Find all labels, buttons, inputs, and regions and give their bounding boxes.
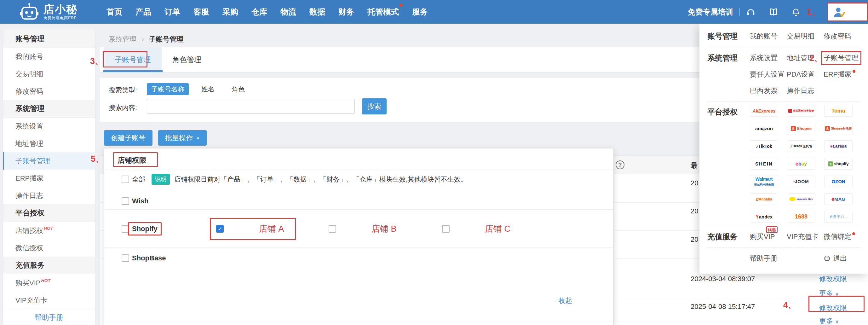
dropdown-link-PDA设置[interactable]: PDA设置 [787, 70, 824, 79]
nav-item-订单[interactable]: 订单 [164, 7, 180, 17]
sidebar-item-修改密码[interactable]: 修改密码 [3, 83, 95, 100]
batch-operation-button[interactable]: 批量操作 ∨ [158, 130, 207, 146]
platform-checkbox[interactable] [122, 255, 129, 262]
nav-item-服务[interactable]: 服务 [412, 7, 428, 17]
platform-logo-walmart[interactable]: Walmart沃尔玛全球电商 [750, 176, 778, 187]
sidebar-item-店铺授权[interactable]: 店铺授权HOT [3, 222, 95, 239]
dropdown-link-操作日志[interactable]: 操作日志 [787, 86, 824, 95]
platform-logo-ozon[interactable]: OZON [824, 176, 852, 187]
dropdown-link-购买VIP[interactable]: 购买VIP优惠 [750, 232, 787, 241]
platform-logo-temu[interactable]: Temu [824, 105, 852, 117]
platform-logo-mercado-libre[interactable]: mercado libre [787, 193, 815, 205]
headset-icon[interactable] [746, 7, 755, 17]
dropdown-link-交易明细[interactable]: 交易明细 [787, 32, 824, 41]
platform-logo-tiktok[interactable]: ♪TikTok [750, 140, 778, 152]
logo-span: Alibaba [759, 197, 772, 201]
platform-logo-ebay[interactable]: ebay [787, 158, 815, 170]
nav-item-首页[interactable]: 首页 [106, 7, 122, 17]
app-title: 店小秘 [43, 4, 78, 14]
logout-link[interactable]: 退出 [824, 254, 861, 263]
dropdown-link-责任人设置[interactable]: 责任人设置 [750, 70, 787, 79]
dropdown-divider [707, 226, 860, 226]
navbar-right: 免费专属培训 [688, 2, 868, 22]
batch-operation-label: 批量操作 [165, 134, 193, 143]
modify-permission-link[interactable]: 修改权限 [819, 274, 847, 284]
platform-logo-amazon[interactable]: amazon⌣ [750, 123, 778, 134]
dropdown-help-manual-link[interactable]: 帮助手册 [750, 254, 824, 263]
store-checkbox[interactable] [442, 225, 450, 233]
platform-logo-aliexpress-choice[interactable]: 速卖通全托/半托管 [787, 105, 815, 117]
sidebar-item-购买VIP[interactable]: 购买VIPHOT [3, 274, 95, 292]
manual-book-icon[interactable] [769, 7, 778, 17]
sidebar-item-地址管理[interactable]: 地址管理 [3, 135, 95, 152]
sidebar-item-交易明细[interactable]: 交易明细 [3, 65, 95, 83]
help-question-icon[interactable]: ? [616, 160, 624, 169]
logo-span: 更多平台... [829, 214, 847, 219]
collapse-link[interactable]: - 收起 [554, 296, 572, 305]
nav-item-产品[interactable]: 产品 [135, 7, 151, 17]
more-actions-link[interactable]: 更多 ∨ [819, 289, 839, 298]
store-checkbox[interactable]: ✓ [216, 225, 224, 233]
dropdown-link-系统设置[interactable]: 系统设置 [750, 53, 787, 63]
platform-logo-lazada[interactable]: ♥ Lazada [824, 140, 852, 152]
sidebar-item-ERP搬家[interactable]: ERP搬家 [3, 170, 95, 187]
dropdown-link-子账号管理[interactable]: 2、子账号管理 [824, 52, 861, 64]
search-type-姓名[interactable]: 姓名 [197, 83, 219, 95]
sidebar-item-子账号管理[interactable]: 子账号管理 [3, 152, 95, 170]
sidebar-item-我的账号[interactable]: 我的账号 [3, 48, 95, 65]
select-all-checkbox[interactable] [122, 176, 129, 183]
app-logo[interactable]: 店小秘 免费跨境电商ERP [20, 2, 78, 22]
search-type-角色[interactable]: 角色 [227, 83, 249, 95]
platform-logo-joom[interactable]: •JOOM [787, 176, 815, 187]
nav-item-托管模式[interactable]: 托管模式 [367, 7, 399, 17]
platform-logo-aliexpress[interactable]: AliExpress [750, 105, 778, 117]
free-training-link[interactable]: 免费专属培训 [688, 7, 733, 17]
platform-logo-yandex[interactable]: Yandex [750, 211, 778, 223]
more-actions-link[interactable]: 更多 ∨ [819, 317, 839, 325]
platform-logo-tiktok-full[interactable]: ♪TikTok 全托管 [787, 140, 815, 152]
dropdown-link-微信绑定[interactable]: 微信绑定 [824, 232, 861, 241]
store-checkbox[interactable] [329, 225, 336, 233]
platform-logo-shopee[interactable]: SShopee [787, 123, 815, 134]
search-input[interactable] [147, 99, 355, 114]
platform-logo-more-platforms[interactable]: 更多平台... [824, 211, 852, 223]
sidebar-item-系统设置[interactable]: 系统设置 [3, 118, 95, 135]
nav-item-客服[interactable]: 客服 [193, 7, 209, 17]
platform-logo-shein[interactable]: SHEIN [750, 158, 778, 170]
search-button[interactable]: 搜索 [362, 98, 386, 114]
dropdown-link-修改密码[interactable]: 修改密码 [824, 32, 861, 41]
logo-line: Walmart [755, 177, 773, 182]
platform-checkbox[interactable] [122, 197, 129, 205]
tab-subaccount-management[interactable]: 子账号管理 [104, 47, 162, 72]
modify-permission-link[interactable]: 修改权限 [819, 303, 847, 313]
logo-span: Lazada [833, 144, 846, 148]
logo-span: S [791, 126, 796, 131]
nav-item-数据[interactable]: 数据 [309, 7, 325, 17]
dropdown-link-巴西发票[interactable]: 巴西发票 [750, 86, 787, 95]
dropdown-link-VIP充值卡[interactable]: VIP充值卡 [787, 232, 824, 241]
sidebar-item-微信授权[interactable]: 微信授权 [3, 239, 95, 257]
breadcrumb-parent[interactable]: 系统管理 [109, 35, 136, 43]
platform-logo-shopify[interactable]: sshopify [824, 158, 852, 170]
platform-logo-alibaba[interactable]: ɑ Alibaba [750, 193, 778, 205]
logo-span: 速卖通全托/半托管 [793, 109, 814, 113]
tab-role-management[interactable]: 角色管理 [162, 47, 212, 72]
create-subaccount-button[interactable]: 创建子账号 [104, 130, 153, 146]
sidebar-section-header: 账号管理 [3, 30, 95, 48]
dropdown-link-ERP搬家[interactable]: ERP搬家 [824, 70, 861, 79]
dropdown-link-我的账号[interactable]: 我的账号 [750, 32, 787, 41]
notification-dot [852, 70, 856, 73]
platform-logo-shopee-full[interactable]: SShopee全托管 [824, 123, 852, 134]
sidebar-item-操作日志[interactable]: 操作日志 [3, 187, 95, 204]
platform-logo-1688[interactable]: 1688 [787, 211, 815, 223]
sidebar-help-manual-link[interactable]: 帮助手册 [3, 309, 95, 325]
nav-item-财务[interactable]: 财务 [338, 7, 354, 17]
search-type-子账号名称[interactable]: 子账号名称 [147, 83, 189, 95]
notification-bell-icon[interactable] [792, 7, 800, 17]
user-account-button[interactable] [827, 2, 868, 22]
sidebar-item-VIP充值卡[interactable]: VIP充值卡 [3, 292, 95, 309]
nav-item-物流[interactable]: 物流 [280, 7, 296, 17]
nav-item-仓库[interactable]: 仓库 [251, 7, 267, 17]
nav-item-采购[interactable]: 采购 [222, 7, 238, 17]
platform-logo-emag[interactable]: eMAG [824, 193, 852, 205]
